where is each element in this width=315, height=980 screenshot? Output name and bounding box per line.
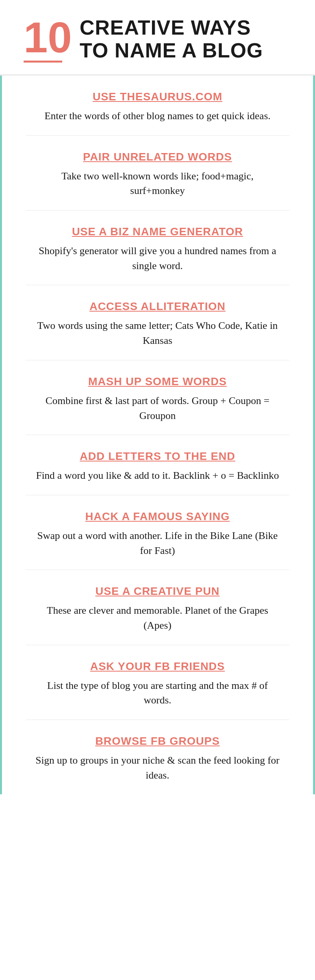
- tip-title-1: USE THESAURUS.COM: [33, 90, 282, 103]
- tip-description-5: Combine first & last part of words. Grou…: [33, 393, 282, 423]
- tip-description-10: Sign up to groups in your niche & scan t…: [33, 753, 282, 783]
- header-title-line1: CREATIVE WAYS: [80, 16, 251, 39]
- header-text: CREATIVE WAYS TO NAME A BLOG: [80, 17, 263, 61]
- tip-description-2: Take two well-known words like; food+mag…: [33, 169, 282, 198]
- tip-title-6: ADD LETTERS TO THE END: [33, 450, 282, 463]
- tip-description-3: Shopify's generator will give you a hund…: [33, 244, 282, 273]
- tip-title-7: HACK A FAMOUS SAYING: [33, 510, 282, 523]
- header: 10 CREATIVE WAYS TO NAME A BLOG: [0, 0, 315, 76]
- tip-description-1: Enter the words of other blog names to g…: [33, 109, 282, 124]
- tip-title-9: ASK YOUR FB FRIENDS: [33, 660, 282, 673]
- tip-section-4: ACCESS ALLITERATIONTwo words using the s…: [26, 285, 289, 360]
- header-number: 10: [24, 16, 72, 63]
- tip-title-3: USE A BIZ NAME GENERATOR: [33, 225, 282, 238]
- tip-title-10: BROWSE FB GROUPS: [33, 735, 282, 747]
- tip-section-2: PAIR UNRELATED WORDSTake two well-known …: [26, 136, 289, 210]
- tip-section-6: ADD LETTERS TO THE ENDFind a word you li…: [26, 435, 289, 495]
- tip-title-2: PAIR UNRELATED WORDS: [33, 151, 282, 163]
- tip-section-3: USE A BIZ NAME GENERATORShopify's genera…: [26, 210, 289, 285]
- header-title-line2: TO NAME A BLOG: [80, 39, 263, 62]
- page-wrapper: 10 CREATIVE WAYS TO NAME A BLOG USE THES…: [0, 0, 315, 794]
- tip-section-1: USE THESAURUS.COMEnter the words of othe…: [26, 76, 289, 136]
- tip-description-9: List the type of blog you are starting a…: [33, 678, 282, 708]
- tip-description-4: Two words using the same letter; Cats Wh…: [33, 318, 282, 348]
- tip-section-7: HACK A FAMOUS SAYINGSwap out a word with…: [26, 495, 289, 570]
- tip-section-10: BROWSE FB GROUPSSign up to groups in you…: [26, 720, 289, 794]
- tip-title-5: MASH UP SOME WORDS: [33, 375, 282, 388]
- tip-section-8: USE A CREATIVE PUNThese are clever and m…: [26, 570, 289, 645]
- tip-description-6: Find a word you like & add to it. Backli…: [33, 468, 282, 483]
- tip-section-5: MASH UP SOME WORDSCombine first & last p…: [26, 360, 289, 435]
- tips-content: USE THESAURUS.COMEnter the words of othe…: [0, 76, 315, 794]
- tip-description-7: Swap out a word with another. Life in th…: [33, 528, 282, 558]
- tip-title-8: USE A CREATIVE PUN: [33, 585, 282, 598]
- tip-title-4: ACCESS ALLITERATION: [33, 300, 282, 313]
- tip-description-8: These are clever and memorable. Planet o…: [33, 603, 282, 633]
- tip-section-9: ASK YOUR FB FRIENDSList the type of blog…: [26, 645, 289, 720]
